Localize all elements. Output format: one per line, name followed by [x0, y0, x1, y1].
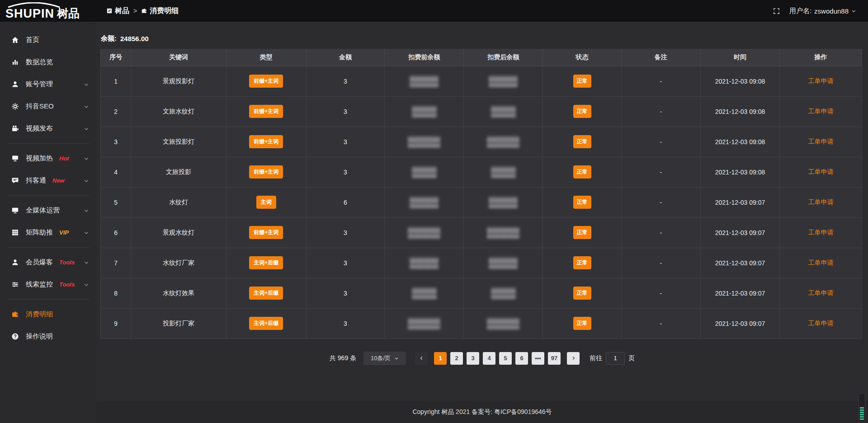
chevron-down-icon: [84, 230, 89, 235]
sidebar-item-clue-monitor[interactable]: 线索监控Tools: [0, 273, 96, 296]
redacted-pre-balance: [408, 227, 440, 239]
sidebar-item-help[interactable]: 操作说明: [0, 325, 96, 348]
redacted-pre-balance: [410, 75, 439, 87]
ticket-request-link[interactable]: 工单申请: [808, 198, 834, 206]
cell-status: 正常: [543, 127, 621, 157]
goto-page-input[interactable]: [606, 352, 625, 365]
ticket-request-link[interactable]: 工单申请: [808, 320, 834, 327]
user-menu[interactable]: 用户名: zswodun88: [789, 7, 856, 15]
cell-amount: 3: [306, 278, 384, 308]
sidebar-item-tag: VIP: [59, 229, 69, 236]
redacted-post-balance: [489, 75, 518, 87]
sidebar-divider: [7, 247, 89, 248]
cell-type: 主词+后缀: [226, 278, 306, 308]
sidebar-item-member-bloom[interactable]: 会员爆客Tools: [0, 251, 96, 273]
column-header: 扣费后余额: [464, 49, 543, 66]
table-row: 1景观投影灯前缀+主词3正常-2021-12-03 09:08工单申请: [101, 66, 862, 96]
sidebar-item-tag: Tools: [59, 281, 75, 288]
next-page-button[interactable]: [567, 352, 580, 365]
page-button-2[interactable]: 2: [450, 352, 463, 365]
sidebar-item-home[interactable]: 首页: [0, 29, 96, 51]
sidebar-item-douketong[interactable]: 抖客通New: [0, 169, 96, 192]
sidebar-item-video-heat[interactable]: 视频加热Hot: [0, 147, 96, 169]
breadcrumb-item[interactable]: 树品: [106, 6, 129, 16]
page-button-4[interactable]: 4: [483, 352, 495, 365]
cell-keyword: 景观水纹灯: [131, 217, 226, 248]
ticket-request-link[interactable]: 工单申请: [808, 289, 834, 296]
table-row: 9投影灯厂家主词+后缀3正常-2021-12-03 09:07工单申请: [101, 308, 862, 338]
sidebar-item-account-manage[interactable]: 账号管理: [0, 73, 96, 95]
page-ellipsis-button[interactable]: •••: [532, 352, 544, 365]
ticket-request-link[interactable]: 工单申请: [808, 168, 834, 175]
cell-status: 正常: [543, 278, 621, 308]
sidebar-item-media-operation[interactable]: 全媒体运营: [0, 199, 96, 221]
ticket-request-link[interactable]: 工单申请: [808, 138, 834, 145]
fullscreen-icon[interactable]: [773, 7, 780, 15]
sidebar-item-label: 操作说明: [26, 332, 53, 341]
balance: 余额: 24856.00: [101, 28, 868, 49]
sidebar-item-data-overview[interactable]: 数据总览: [0, 51, 96, 73]
ticket-request-link[interactable]: 工单申请: [808, 229, 834, 236]
sidebar: 首页数据总览账号管理抖音SEO视频发布视频加热Hot抖客通New全媒体运营矩阵助…: [0, 22, 96, 423]
type-badge: 主词: [256, 196, 276, 209]
goto-suffix: 页: [628, 354, 635, 362]
status-badge: 正常: [573, 256, 591, 269]
cell-status: 正常: [543, 157, 621, 187]
ticket-request-link[interactable]: 工单申请: [808, 259, 834, 266]
cell-keyword: 景观投影灯: [131, 66, 226, 96]
cell-keyword: 投影灯厂家: [131, 308, 226, 338]
breadcrumb-item[interactable]: 消费明细: [141, 6, 179, 16]
cell-note: -: [621, 187, 700, 217]
sidebar-item-label: 视频发布: [26, 124, 53, 133]
sidebar-item-matrix-boost[interactable]: 矩阵助推VIP: [0, 221, 96, 244]
cell-type: 前缀+主词: [226, 217, 306, 248]
sidebar-item-label: 会员爆客: [26, 258, 53, 267]
prev-page-button[interactable]: [415, 352, 428, 365]
sidebar-item-tag: New: [52, 177, 65, 184]
sidebar-divider: [7, 143, 89, 144]
sidebar-item-label: 消费明细: [26, 310, 53, 319]
question-circle-icon: [11, 333, 19, 341]
page-button-5[interactable]: 5: [499, 352, 512, 365]
floating-widget[interactable]: [859, 393, 865, 422]
cell-note: -: [621, 248, 700, 278]
page-size-select[interactable]: 10条/页: [363, 352, 406, 365]
status-badge: 正常: [573, 75, 591, 88]
cell-note: -: [621, 157, 700, 187]
table-header-row: 序号关键词类型金额扣费前余额扣费后余额状态备注时间操作: [101, 49, 862, 66]
redacted-pre-balance: [408, 318, 440, 329]
sidebar-item-video-publish[interactable]: 视频发布: [0, 118, 96, 140]
cell-time: 2021-12-03 09:07: [700, 187, 779, 217]
cell-status: 正常: [543, 308, 621, 338]
cell-status: 正常: [543, 66, 621, 96]
ticket-request-link[interactable]: 工单申请: [808, 108, 834, 115]
cell-pre-balance: [385, 248, 464, 278]
breadcrumb-separator: >: [133, 7, 137, 14]
redacted-post-balance: [487, 318, 519, 329]
cell-amount: 6: [306, 187, 384, 217]
cell-post-balance: [464, 127, 543, 157]
topbar-right: 用户名: zswodun88: [773, 7, 868, 15]
table-row: 7水纹灯厂家主词+后缀3正常-2021-12-03 09:07工单申请: [101, 248, 862, 278]
sidebar-item-consumption-detail[interactable]: 消费明细: [0, 303, 96, 325]
cell-index: 3: [101, 127, 131, 157]
sidebar-item-douyin-seo[interactable]: 抖音SEO: [0, 95, 96, 118]
goto-label: 前往: [590, 354, 602, 362]
cell-type: 主词+后缀: [226, 308, 306, 338]
table-header: 序号关键词类型金额扣费前余额扣费后余额状态备注时间操作: [101, 49, 862, 66]
column-header: 序号: [101, 49, 131, 66]
status-badge: 正常: [573, 287, 591, 300]
sidebar-item-label: 抖客通: [26, 176, 46, 185]
gear-icon: [11, 103, 19, 111]
chevron-down-icon: [84, 178, 89, 183]
type-badge: 前缀+主词: [249, 165, 283, 179]
page-button-3[interactable]: 3: [467, 352, 479, 365]
page-button-1[interactable]: 1: [434, 352, 447, 365]
page-button-6[interactable]: 6: [515, 352, 528, 365]
page-button-97[interactable]: 97: [548, 352, 561, 365]
type-badge: 前缀+主词: [249, 75, 283, 88]
sidebar-item-label: 线索监控: [26, 280, 53, 289]
cell-time: 2021-12-03 09:07: [700, 217, 779, 248]
ticket-request-link[interactable]: 工单申请: [808, 77, 834, 85]
logo-arc-icon: [6, 2, 61, 8]
